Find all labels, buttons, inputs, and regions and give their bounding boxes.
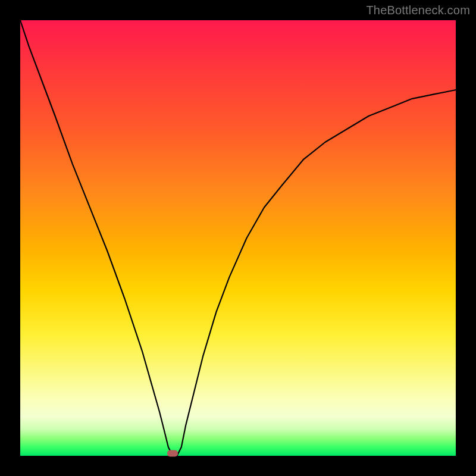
watermark-text: TheBottleneck.com bbox=[366, 4, 470, 17]
optimal-marker bbox=[167, 450, 178, 457]
chart-frame: TheBottleneck.com bbox=[0, 0, 476, 476]
bottleneck-curve bbox=[20, 20, 456, 456]
plot-area bbox=[20, 20, 456, 456]
